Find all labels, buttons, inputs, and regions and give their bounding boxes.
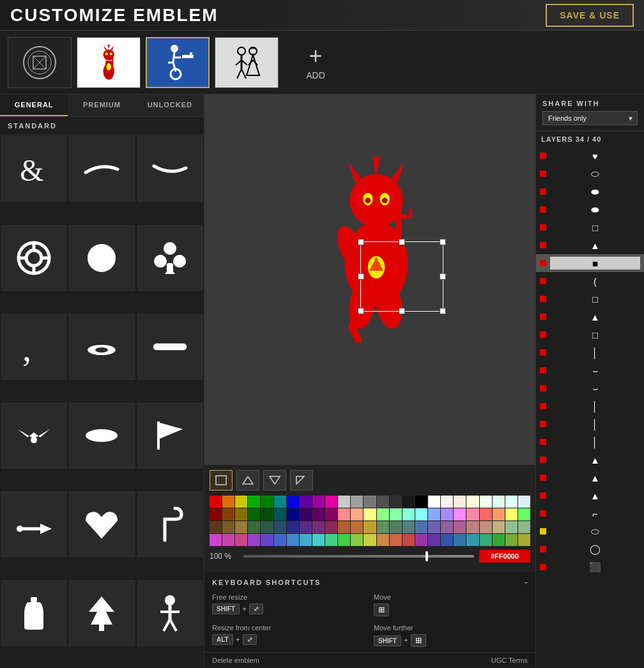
layer-item-19[interactable]: ▲ <box>536 469 644 487</box>
layer-item-4[interactable]: ⬬ <box>536 201 644 218</box>
color-medseagreen[interactable] <box>480 534 492 546</box>
color-sandybrown[interactable] <box>480 521 492 533</box>
color-darkseagreen[interactable] <box>505 521 518 533</box>
symbol-crown[interactable] <box>68 313 135 381</box>
color-khaki[interactable] <box>235 521 247 533</box>
color-lime[interactable] <box>377 508 389 520</box>
symbol-cane[interactable] <box>136 490 204 558</box>
color-cornflower2[interactable] <box>274 534 286 546</box>
color-darkblueviolet[interactable] <box>428 534 440 546</box>
layer-item-5[interactable]: □ <box>536 218 644 236</box>
handle-bc[interactable] <box>399 308 405 314</box>
canvas-area[interactable] <box>204 95 535 465</box>
handle-bl[interactable] <box>358 308 364 314</box>
color-blueviolet[interactable] <box>261 534 273 546</box>
color-blue[interactable] <box>287 496 299 508</box>
color-deeppurple[interactable] <box>300 508 312 520</box>
color-darkorchid[interactable] <box>248 534 260 546</box>
color-lightpink[interactable] <box>441 496 453 508</box>
color-darkpink[interactable] <box>325 508 337 520</box>
color-medturquoise[interactable] <box>312 534 325 546</box>
color-coral[interactable] <box>480 508 492 520</box>
color-medorchid[interactable] <box>210 534 222 546</box>
color-darkbrown[interactable] <box>210 521 222 533</box>
color-indigo[interactable] <box>300 521 312 533</box>
color-orchid[interactable] <box>441 521 453 533</box>
layer-item-20[interactable]: ▲ <box>536 487 644 505</box>
layer-item-18[interactable]: ▲ <box>536 451 644 469</box>
color-tan[interactable] <box>222 521 234 533</box>
color-dodger2[interactable] <box>454 534 466 546</box>
color-cyan[interactable] <box>415 508 427 520</box>
layer-item-16[interactable]: │ <box>536 415 644 433</box>
color-lightblue[interactable] <box>518 496 530 508</box>
tab-unlocked[interactable]: UNLOCKED <box>136 95 204 116</box>
color-olive[interactable] <box>235 508 247 520</box>
color-lightyellow2[interactable] <box>364 508 376 520</box>
layer-item-22[interactable]: ⬭ <box>536 522 644 540</box>
color-medgreen[interactable] <box>493 534 505 546</box>
symbol-circle[interactable] <box>68 224 135 292</box>
color-sienna[interactable] <box>338 521 350 533</box>
color-darkyellow[interactable] <box>364 534 376 546</box>
color-deeppink[interactable] <box>235 534 247 546</box>
color-black[interactable] <box>415 496 427 508</box>
color-cadet[interactable] <box>402 521 415 533</box>
layer-item-2[interactable]: ⬭ <box>536 165 644 183</box>
color-lightgreen[interactable] <box>480 496 492 508</box>
symbol-swoosh-right[interactable] <box>136 135 204 203</box>
color-teal2[interactable] <box>261 521 273 533</box>
color-peru2[interactable] <box>377 534 389 546</box>
handle-tl[interactable] <box>358 239 364 245</box>
color-dodger[interactable] <box>287 534 299 546</box>
color-springgreen[interactable] <box>390 508 402 520</box>
color-limegreen[interactable] <box>338 534 350 546</box>
color-lightyellow[interactable] <box>466 496 479 508</box>
color-aqua[interactable] <box>402 508 415 520</box>
save-use-button[interactable]: SAVE & USE <box>546 4 634 27</box>
color-rosybrown[interactable] <box>466 521 479 533</box>
emblem-tab-2[interactable] <box>77 37 141 88</box>
emblem-tab-1[interactable] <box>8 37 72 88</box>
color-deepgreen[interactable] <box>261 508 273 520</box>
color-peru[interactable] <box>351 521 363 533</box>
color-purple2[interactable] <box>415 534 427 546</box>
layer-item-1[interactable]: ♥ <box>536 147 644 165</box>
symbol-tree[interactable] <box>68 579 135 647</box>
symbol-life-preserver[interactable] <box>0 224 68 292</box>
layer-item-10[interactable]: ▲ <box>536 308 644 326</box>
layer-item-6[interactable]: ▲ <box>536 236 644 254</box>
color-magenta[interactable] <box>312 496 325 508</box>
color-purple[interactable] <box>300 496 312 508</box>
symbol-heart[interactable] <box>68 490 135 558</box>
color-deepteal[interactable] <box>274 508 286 520</box>
color-yellow[interactable] <box>235 496 247 508</box>
layer-item-17[interactable]: │ <box>536 433 644 451</box>
symbol-flag[interactable] <box>136 402 204 469</box>
color-darkgoldenrod[interactable] <box>518 534 530 546</box>
color-fern[interactable] <box>390 521 402 533</box>
color-deepskyblue[interactable] <box>300 534 312 546</box>
color-lightgray[interactable] <box>338 496 350 508</box>
color-mediumblue[interactable] <box>441 534 453 546</box>
color-crimson[interactable] <box>325 521 337 533</box>
layer-item-11[interactable]: □ <box>536 326 644 344</box>
color-midgray[interactable] <box>364 496 376 508</box>
emblem-tab-3[interactable] <box>146 37 210 88</box>
color-slate[interactable] <box>274 521 286 533</box>
color-red[interactable] <box>210 496 222 508</box>
delete-emblem-link[interactable]: Delete emblem <box>212 657 259 664</box>
color-orange[interactable] <box>222 496 234 508</box>
color-lightsalmon[interactable] <box>493 508 505 520</box>
ugc-terms-link[interactable]: UGC Terms <box>491 657 528 664</box>
handle-mr[interactable] <box>440 273 446 280</box>
color-darkkhaki[interactable] <box>493 521 505 533</box>
color-darkred[interactable] <box>210 508 222 520</box>
color-plum[interactable] <box>312 521 325 533</box>
handle-br[interactable] <box>440 308 446 314</box>
layer-item-21[interactable]: ⌐ <box>536 505 644 522</box>
color-lightorange[interactable] <box>454 496 466 508</box>
color-darkturquoise[interactable] <box>466 534 479 546</box>
opacity-slider[interactable] <box>243 555 474 558</box>
symbol-comma[interactable]: , <box>0 313 68 381</box>
